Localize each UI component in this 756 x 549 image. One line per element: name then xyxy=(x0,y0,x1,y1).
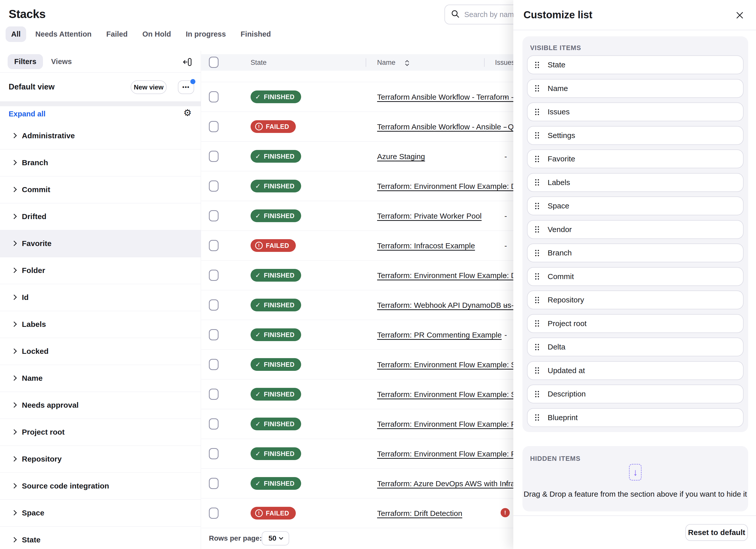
drag-handle-icon[interactable] xyxy=(535,344,539,350)
rows-per-page-select[interactable]: 50 xyxy=(262,531,289,545)
filter-category-folder[interactable]: Folder xyxy=(0,257,201,284)
drag-handle-icon[interactable] xyxy=(535,203,539,209)
visible-item-settings[interactable]: Settings xyxy=(527,126,744,145)
sort-icon[interactable] xyxy=(405,59,410,68)
drag-handle-icon[interactable] xyxy=(535,367,539,374)
row-checkbox[interactable] xyxy=(209,210,219,221)
filter-category-repository[interactable]: Repository xyxy=(0,446,201,473)
row-checkbox[interactable] xyxy=(209,270,219,281)
drag-handle-icon[interactable] xyxy=(535,109,539,115)
visible-item-blueprint[interactable]: Blueprint xyxy=(527,408,744,427)
drag-handle-icon[interactable] xyxy=(535,156,539,162)
drag-handle-icon[interactable] xyxy=(535,250,539,256)
visible-item-issues[interactable]: Issues xyxy=(527,102,744,121)
visible-item-project-root[interactable]: Project root xyxy=(527,314,744,333)
drag-handle-icon[interactable] xyxy=(535,414,539,421)
row-checkbox[interactable] xyxy=(209,359,219,370)
row-checkbox[interactable] xyxy=(209,478,219,489)
row-checkbox[interactable] xyxy=(209,448,219,459)
stack-name-link[interactable]: Terraform: Environment Flow Example: Pro… xyxy=(377,420,533,429)
filter-category-labels[interactable]: Labels xyxy=(0,311,201,338)
row-checkbox[interactable] xyxy=(209,91,219,102)
row-checkbox[interactable] xyxy=(209,121,219,132)
tab-filters[interactable]: Filters xyxy=(8,54,43,69)
gear-icon[interactable]: ⚙ xyxy=(183,108,192,117)
stack-name-link[interactable]: Terraform: Environment Flow Example: Pro… xyxy=(377,450,533,458)
tab-in-progress[interactable]: In progress xyxy=(180,26,232,42)
stack-name-link[interactable]: Terraform: Environment Flow Example: Dev… xyxy=(377,182,530,191)
stack-name-link[interactable]: Terraform: Environment Flow Example: Sta… xyxy=(377,390,533,399)
column-header-name[interactable]: Name xyxy=(377,59,395,67)
visible-item-labels[interactable]: Labels xyxy=(527,173,744,192)
filter-category-locked[interactable]: Locked xyxy=(0,338,201,365)
filter-category-branch[interactable]: Branch xyxy=(0,149,201,176)
visible-item-space[interactable]: Space xyxy=(527,196,744,215)
drag-handle-icon[interactable] xyxy=(535,391,539,397)
filter-category-project-root[interactable]: Project root xyxy=(0,419,201,446)
row-checkbox[interactable] xyxy=(209,418,219,430)
visible-item-label: Labels xyxy=(548,178,570,187)
visible-item-favorite[interactable]: Favorite xyxy=(527,149,744,168)
visible-item-branch[interactable]: Branch xyxy=(527,243,744,262)
drag-handle-icon[interactable] xyxy=(535,273,539,280)
check-icon: ✓ xyxy=(255,331,261,339)
visible-item-description[interactable]: Description xyxy=(527,385,744,403)
visible-item-commit[interactable]: Commit xyxy=(527,267,744,286)
visible-item-delta[interactable]: Delta xyxy=(527,338,744,356)
tab-needs-attention[interactable]: Needs Attention xyxy=(30,26,97,42)
row-checkbox[interactable] xyxy=(209,180,219,192)
reset-to-default-button[interactable]: Reset to default xyxy=(685,524,748,541)
tab-finished[interactable]: Finished xyxy=(235,26,276,42)
filter-category-needs-approval[interactable]: Needs approval xyxy=(0,392,201,419)
stack-name-link[interactable]: Terraform: Drift Detection xyxy=(377,509,462,518)
stack-name-link[interactable]: Azure Staging xyxy=(377,152,425,161)
drag-handle-icon[interactable] xyxy=(535,62,539,68)
drag-handle-icon[interactable] xyxy=(535,132,539,139)
row-checkbox[interactable] xyxy=(209,299,219,311)
new-view-button[interactable]: New view xyxy=(131,80,167,94)
filter-category-space[interactable]: Space xyxy=(0,500,201,527)
visible-item-state[interactable]: State xyxy=(527,55,744,74)
row-checkbox[interactable] xyxy=(209,389,219,400)
visible-item-name[interactable]: Name xyxy=(527,79,744,98)
stack-name-link[interactable]: Terraform: PR Commenting Example xyxy=(377,331,502,339)
tab-on-hold[interactable]: On Hold xyxy=(137,26,177,42)
drag-handle-icon[interactable] xyxy=(535,226,539,233)
drag-handle-icon[interactable] xyxy=(535,297,539,303)
select-all-checkbox[interactable] xyxy=(209,57,219,68)
column-header-state[interactable]: State xyxy=(251,59,267,67)
drag-handle-icon[interactable] xyxy=(535,179,539,186)
tab-all[interactable]: All xyxy=(6,26,26,42)
tab-failed[interactable]: Failed xyxy=(101,26,133,42)
filter-category-name[interactable]: Name xyxy=(0,365,201,392)
stack-name-link[interactable]: Terraform Ansible Workflow - Ansible - Q… xyxy=(377,123,524,131)
row-checkbox[interactable] xyxy=(209,329,219,340)
filter-category-state[interactable]: State xyxy=(0,527,201,549)
filter-category-administrative[interactable]: Administrative xyxy=(0,123,201,149)
visible-item-vendor[interactable]: Vendor xyxy=(527,220,744,239)
row-checkbox[interactable] xyxy=(209,240,219,251)
visible-item-updated-at[interactable]: Updated at xyxy=(527,361,744,380)
column-header-issues[interactable]: Issues xyxy=(495,59,515,67)
stack-name-link[interactable]: Terraform: Infracost Example xyxy=(377,241,475,250)
tab-views[interactable]: Views xyxy=(46,54,77,69)
filter-category-source-code-integration[interactable]: Source code integration xyxy=(0,473,201,500)
stack-name-link[interactable]: Terraform: Environment Flow Example: Sta… xyxy=(377,360,533,369)
filter-category-favorite[interactable]: Favorite xyxy=(0,230,201,257)
view-more-button[interactable]: ••• xyxy=(178,80,194,94)
expand-all-link[interactable]: Expand all xyxy=(9,110,45,118)
drag-handle-icon[interactable] xyxy=(535,85,539,91)
visible-items-title: VISIBLE ITEMS xyxy=(530,44,581,52)
close-icon[interactable] xyxy=(734,10,745,21)
stack-name-link[interactable]: Terraform: Private Worker Pool xyxy=(377,212,482,220)
stack-name-link[interactable]: Terraform: Webhook API DynamoDB us-eas..… xyxy=(377,301,532,310)
stack-name-link[interactable]: Terraform: Environment Flow Example: Dev… xyxy=(377,271,530,280)
filter-category-commit[interactable]: Commit xyxy=(0,176,201,203)
row-checkbox[interactable] xyxy=(209,151,219,162)
row-checkbox[interactable] xyxy=(209,508,219,519)
collapse-sidebar-icon[interactable] xyxy=(182,56,193,68)
filter-category-id[interactable]: Id xyxy=(0,284,201,311)
drag-handle-icon[interactable] xyxy=(535,320,539,327)
filter-category-drifted[interactable]: Drifted xyxy=(0,203,201,230)
visible-item-repository[interactable]: Repository xyxy=(527,291,744,309)
